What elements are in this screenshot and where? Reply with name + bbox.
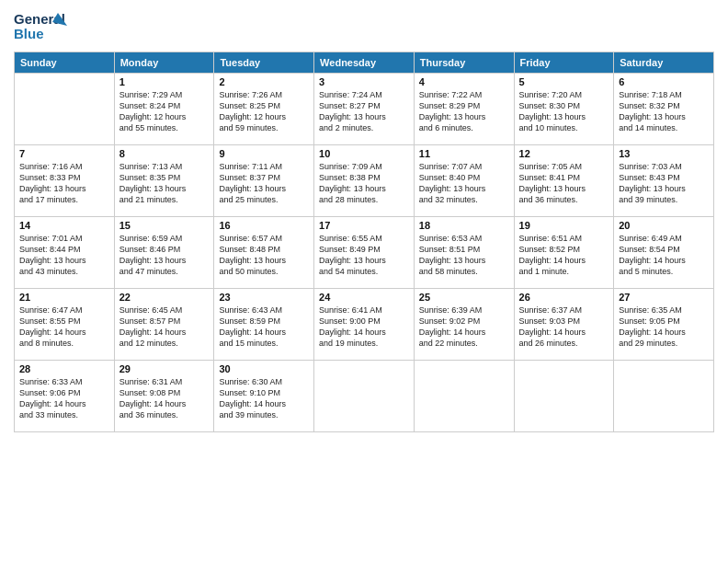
calendar-cell: 26Sunrise: 6:37 AM Sunset: 9:03 PM Dayli… (514, 289, 614, 361)
calendar-cell: 23Sunrise: 6:43 AM Sunset: 8:59 PM Dayli… (214, 289, 314, 361)
weekday-header-friday: Friday (514, 52, 614, 74)
calendar-cell: 18Sunrise: 6:53 AM Sunset: 8:51 PM Dayli… (414, 217, 514, 289)
calendar-cell: 3Sunrise: 7:24 AM Sunset: 8:27 PM Daylig… (314, 74, 415, 145)
day-info: Sunrise: 7:18 AM Sunset: 8:32 PM Dayligh… (619, 89, 709, 134)
calendar-cell: 1Sunrise: 7:29 AM Sunset: 8:24 PM Daylig… (114, 74, 214, 145)
day-number: 1 (119, 76, 210, 87)
calendar-cell (614, 361, 714, 432)
calendar-week-4: 21Sunrise: 6:47 AM Sunset: 8:55 PM Dayli… (15, 289, 714, 361)
calendar-cell: 13Sunrise: 7:03 AM Sunset: 8:43 PM Dayli… (614, 145, 714, 217)
day-number: 2 (219, 76, 309, 87)
day-info: Sunrise: 6:55 AM Sunset: 8:49 PM Dayligh… (319, 233, 409, 278)
day-info: Sunrise: 7:26 AM Sunset: 8:25 PM Dayligh… (219, 89, 309, 134)
day-number: 12 (519, 148, 609, 159)
calendar-cell: 4Sunrise: 7:22 AM Sunset: 8:29 PM Daylig… (414, 74, 514, 145)
day-info: Sunrise: 6:33 AM Sunset: 9:06 PM Dayligh… (19, 376, 109, 421)
weekday-header-saturday: Saturday (614, 52, 714, 74)
weekday-header-wednesday: Wednesday (314, 52, 415, 74)
calendar-cell: 7Sunrise: 7:16 AM Sunset: 8:33 PM Daylig… (15, 145, 115, 217)
day-info: Sunrise: 7:05 AM Sunset: 8:41 PM Dayligh… (519, 161, 609, 206)
calendar-cell: 21Sunrise: 6:47 AM Sunset: 8:55 PM Dayli… (15, 289, 115, 361)
day-number: 15 (119, 220, 210, 231)
day-number: 8 (119, 148, 210, 159)
day-info: Sunrise: 7:11 AM Sunset: 8:37 PM Dayligh… (219, 161, 309, 206)
calendar-cell: 12Sunrise: 7:05 AM Sunset: 8:41 PM Dayli… (514, 145, 614, 217)
day-number: 27 (619, 292, 709, 303)
day-info: Sunrise: 7:01 AM Sunset: 8:44 PM Dayligh… (19, 233, 109, 278)
day-info: Sunrise: 7:09 AM Sunset: 8:38 PM Dayligh… (319, 161, 409, 206)
day-number: 17 (319, 220, 409, 231)
calendar-cell: 17Sunrise: 6:55 AM Sunset: 8:49 PM Dayli… (314, 217, 415, 289)
calendar-cell: 27Sunrise: 6:35 AM Sunset: 9:05 PM Dayli… (614, 289, 714, 361)
calendar-cell: 24Sunrise: 6:41 AM Sunset: 9:00 PM Dayli… (314, 289, 415, 361)
calendar-cell: 14Sunrise: 7:01 AM Sunset: 8:44 PM Dayli… (15, 217, 115, 289)
day-info: Sunrise: 7:13 AM Sunset: 8:35 PM Dayligh… (119, 161, 210, 206)
calendar-cell (15, 74, 115, 145)
day-number: 21 (19, 292, 109, 303)
calendar-cell: 30Sunrise: 6:30 AM Sunset: 9:10 PM Dayli… (214, 361, 314, 432)
weekday-header-tuesday: Tuesday (214, 52, 314, 74)
day-info: Sunrise: 6:59 AM Sunset: 8:46 PM Dayligh… (119, 233, 210, 278)
day-number: 20 (619, 220, 709, 231)
day-number: 28 (19, 363, 109, 374)
day-number: 9 (219, 148, 309, 159)
day-info: Sunrise: 6:30 AM Sunset: 9:10 PM Dayligh… (219, 376, 309, 421)
calendar-cell: 6Sunrise: 7:18 AM Sunset: 8:32 PM Daylig… (614, 74, 714, 145)
calendar-cell: 10Sunrise: 7:09 AM Sunset: 8:38 PM Dayli… (314, 145, 415, 217)
day-number: 22 (119, 292, 210, 303)
page-header: GeneralBlue (14, 9, 714, 44)
weekday-header-sunday: Sunday (15, 52, 115, 74)
day-number: 14 (19, 220, 109, 231)
weekday-header-row: SundayMondayTuesdayWednesdayThursdayFrid… (15, 52, 714, 74)
calendar-cell: 19Sunrise: 6:51 AM Sunset: 8:52 PM Dayli… (514, 217, 614, 289)
logo-svg: GeneralBlue (14, 9, 69, 44)
day-number: 3 (319, 76, 409, 87)
day-info: Sunrise: 6:31 AM Sunset: 9:08 PM Dayligh… (119, 376, 210, 421)
day-info: Sunrise: 7:24 AM Sunset: 8:27 PM Dayligh… (319, 89, 409, 134)
calendar-cell (514, 361, 614, 432)
day-number: 7 (19, 148, 109, 159)
day-number: 13 (619, 148, 709, 159)
day-info: Sunrise: 6:45 AM Sunset: 8:57 PM Dayligh… (119, 304, 210, 350)
day-info: Sunrise: 6:51 AM Sunset: 8:52 PM Dayligh… (519, 233, 609, 278)
calendar-cell (314, 361, 415, 432)
weekday-header-monday: Monday (114, 52, 214, 74)
day-info: Sunrise: 6:49 AM Sunset: 8:54 PM Dayligh… (619, 233, 709, 278)
svg-text:Blue: Blue (14, 26, 44, 41)
day-info: Sunrise: 6:43 AM Sunset: 8:59 PM Dayligh… (219, 304, 309, 350)
day-number: 4 (419, 76, 509, 87)
calendar-cell: 8Sunrise: 7:13 AM Sunset: 8:35 PM Daylig… (114, 145, 214, 217)
calendar-week-2: 7Sunrise: 7:16 AM Sunset: 8:33 PM Daylig… (15, 145, 714, 217)
calendar-cell: 2Sunrise: 7:26 AM Sunset: 8:25 PM Daylig… (214, 74, 314, 145)
calendar-week-5: 28Sunrise: 6:33 AM Sunset: 9:06 PM Dayli… (15, 361, 714, 432)
calendar-cell: 11Sunrise: 7:07 AM Sunset: 8:40 PM Dayli… (414, 145, 514, 217)
day-info: Sunrise: 7:20 AM Sunset: 8:30 PM Dayligh… (519, 89, 609, 134)
day-number: 18 (419, 220, 509, 231)
day-info: Sunrise: 6:53 AM Sunset: 8:51 PM Dayligh… (419, 233, 509, 278)
day-number: 29 (119, 363, 210, 374)
calendar-cell: 25Sunrise: 6:39 AM Sunset: 9:02 PM Dayli… (414, 289, 514, 361)
day-number: 23 (219, 292, 309, 303)
day-info: Sunrise: 7:16 AM Sunset: 8:33 PM Dayligh… (19, 161, 109, 206)
day-number: 25 (419, 292, 509, 303)
day-number: 30 (219, 363, 309, 374)
day-number: 26 (519, 292, 609, 303)
calendar-week-1: 1Sunrise: 7:29 AM Sunset: 8:24 PM Daylig… (15, 74, 714, 145)
day-number: 6 (619, 76, 709, 87)
day-number: 16 (219, 220, 309, 231)
day-number: 19 (519, 220, 609, 231)
calendar-cell (414, 361, 514, 432)
calendar-cell: 28Sunrise: 6:33 AM Sunset: 9:06 PM Dayli… (15, 361, 115, 432)
day-info: Sunrise: 6:35 AM Sunset: 9:05 PM Dayligh… (619, 304, 709, 350)
calendar-table: SundayMondayTuesdayWednesdayThursdayFrid… (14, 52, 714, 432)
day-info: Sunrise: 6:39 AM Sunset: 9:02 PM Dayligh… (419, 304, 509, 350)
day-number: 11 (419, 148, 509, 159)
weekday-header-thursday: Thursday (414, 52, 514, 74)
day-info: Sunrise: 7:22 AM Sunset: 8:29 PM Dayligh… (419, 89, 509, 134)
day-info: Sunrise: 6:47 AM Sunset: 8:55 PM Dayligh… (19, 304, 109, 350)
day-number: 10 (319, 148, 409, 159)
day-info: Sunrise: 6:57 AM Sunset: 8:48 PM Dayligh… (219, 233, 309, 278)
day-info: Sunrise: 7:29 AM Sunset: 8:24 PM Dayligh… (119, 89, 210, 134)
calendar-cell: 20Sunrise: 6:49 AM Sunset: 8:54 PM Dayli… (614, 217, 714, 289)
calendar-cell: 29Sunrise: 6:31 AM Sunset: 9:08 PM Dayli… (114, 361, 214, 432)
